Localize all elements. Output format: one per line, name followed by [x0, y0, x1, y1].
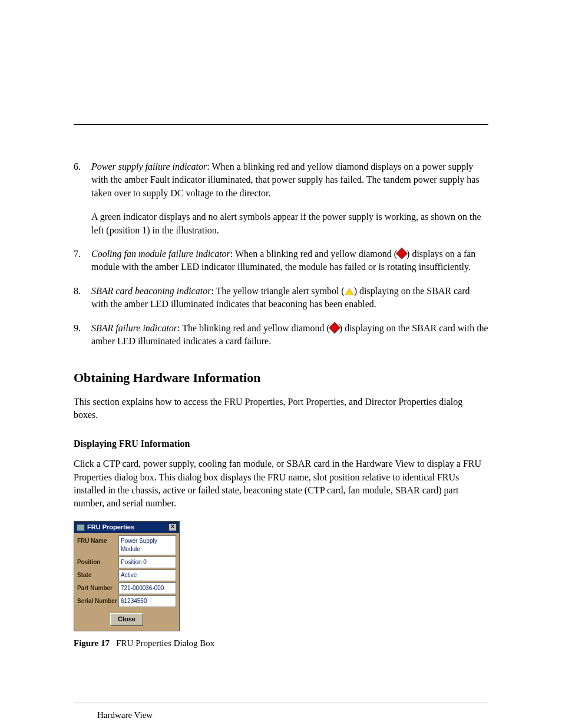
- list-body: SBAR card beaconing indicator: The yello…: [91, 285, 488, 311]
- intro-paragraph: This section explains how to access the …: [74, 396, 488, 422]
- dialog-body: FRU NamePower Supply Module PositionPosi…: [74, 533, 179, 630]
- term: Cooling fan module failure indicator: [91, 249, 230, 259]
- diamond-icon: [329, 322, 340, 334]
- list-number: 9.: [74, 322, 91, 348]
- field-label: State: [77, 569, 118, 581]
- field-label: Position: [77, 556, 118, 568]
- figure-title: FRU Properties Dialog Box: [116, 638, 214, 648]
- subsection-heading: Displaying FRU Information: [74, 437, 488, 450]
- term: SBAR failure indicator: [91, 323, 177, 333]
- list-body: Power supply failure indicator: When a b…: [91, 160, 488, 237]
- field-label: Part Number: [77, 582, 118, 594]
- subsection-paragraph: Click a CTP card, power supply, cooling …: [74, 457, 488, 510]
- figure-caption: Figure 17 FRU Properties Dialog Box: [74, 637, 488, 650]
- list-number: 7.: [74, 248, 91, 274]
- field-value: 721-000036-000: [118, 582, 176, 594]
- paragraph: A green indicator displays and no alert …: [91, 210, 488, 237]
- list-body: Cooling fan module failure indicator: Wh…: [91, 248, 488, 274]
- top-rule: [74, 124, 488, 125]
- field-value: Power Supply Module: [118, 535, 176, 555]
- window-icon: [77, 524, 85, 531]
- text: : The blinking red and yellow diamond (: [177, 323, 330, 333]
- field-label: FRU Name: [77, 535, 118, 555]
- diamond-icon: [396, 248, 408, 259]
- field-value: Position 0: [118, 556, 176, 568]
- text: : The yellow triangle alert symbol (: [211, 286, 344, 296]
- triangle-icon: [345, 288, 353, 295]
- numbered-list: 6. Power supply failure indicator: When …: [74, 160, 488, 348]
- list-number: 6.: [74, 160, 91, 237]
- term: SBAR card beaconing indicator: [91, 286, 211, 296]
- section-heading: Obtaining Hardware Information: [74, 369, 488, 387]
- dialog-title: FRU Properties: [87, 523, 134, 532]
- page-footer: Hardware View: [97, 709, 488, 722]
- figure-number: Figure 17: [74, 638, 110, 648]
- term: Power supply failure indicator: [91, 162, 207, 172]
- bottom-rule: [74, 703, 488, 703]
- text: : When a blinking red and yellow diamond…: [230, 249, 397, 259]
- field-value: Active: [118, 569, 176, 581]
- dialog-titlebar: FRU Properties X: [74, 522, 179, 533]
- list-number: 8.: [74, 285, 91, 311]
- field-label: Serial Number: [77, 595, 118, 607]
- field-value: 61234560: [118, 595, 176, 607]
- close-button[interactable]: Close: [110, 613, 143, 625]
- close-icon[interactable]: X: [168, 523, 177, 531]
- fru-properties-dialog: FRU Properties X FRU NamePower Supply Mo…: [74, 521, 180, 631]
- list-body: SBAR failure indicator: The blinking red…: [91, 322, 488, 348]
